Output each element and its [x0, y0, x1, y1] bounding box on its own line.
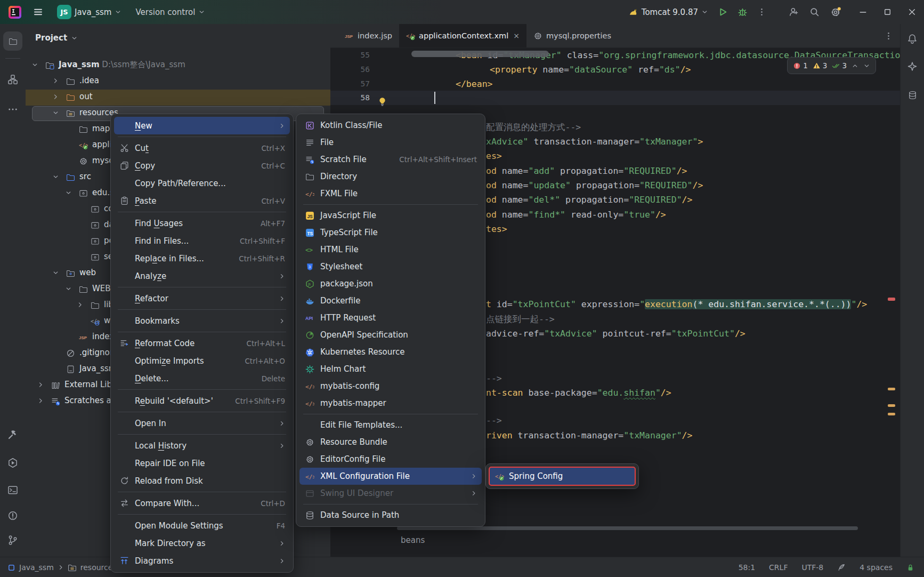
greenlock-icon[interactable]: [906, 564, 914, 572]
services-tool-button[interactable]: [3, 453, 22, 472]
line-number-56[interactable]: 56: [345, 62, 370, 77]
menu-item-repair-ide-on-file[interactable]: Repair IDE on File: [114, 454, 290, 472]
menu-item-reformat-code[interactable]: Reformat CodeCtrl+Alt+L: [114, 334, 290, 352]
chevron-down-icon[interactable]: [31, 61, 38, 68]
vcs-widget[interactable]: Version control: [131, 5, 209, 20]
menu-item-bookmarks[interactable]: Bookmarks: [114, 312, 290, 330]
menu-item-directory[interactable]: Directory: [299, 168, 482, 185]
database-tool-button[interactable]: [903, 85, 922, 105]
menu-item-kubernetes-resource[interactable]: Kubernetes Resource: [299, 343, 482, 360]
xml-breadcrumb[interactable]: beans: [401, 532, 425, 548]
ai-assistant-button[interactable]: [903, 57, 922, 76]
menu-item-file[interactable]: File: [299, 134, 482, 151]
chevron-right-icon[interactable]: [52, 93, 59, 100]
chevron-down-icon[interactable]: [65, 285, 72, 292]
menu-item-xml-configuration-file[interactable]: </>XML Configuration File: [299, 468, 482, 485]
horizontal-scrollbar[interactable]: [397, 526, 858, 530]
menu-item-rebuild-default[interactable]: Rebuild '<default>'Ctrl+Shift+F9: [114, 392, 290, 410]
menu-item-find-in-files[interactable]: Find in Files...Ctrl+Shift+F: [114, 232, 290, 250]
intention-bulb-icon[interactable]: [377, 97, 387, 107]
menu-item-stylesheet[interactable]: 3Stylesheet: [299, 258, 482, 275]
menu-item-reload-from-disk[interactable]: Reload from Disk: [114, 472, 290, 490]
notifications-button[interactable]: [903, 29, 922, 49]
menu-item-copy[interactable]: CopyCtrl+C: [114, 157, 290, 174]
line-number-58[interactable]: 58: [345, 91, 370, 105]
menu-item-resource-bundle[interactable]: Resource Bundle: [299, 434, 482, 451]
more-actions-button[interactable]: [753, 5, 771, 19]
menu-item-openapi-specification[interactable]: OpenAPI Specification: [299, 326, 482, 343]
main-menu-button[interactable]: [29, 4, 47, 20]
window-maximize-button[interactable]: [875, 0, 899, 24]
chevron-right-icon[interactable]: [37, 381, 44, 388]
menu-item-data-source-in-path[interactable]: Data Source in Path: [299, 507, 482, 524]
debug-button[interactable]: [733, 4, 752, 20]
structure-tool-button[interactable]: [3, 70, 22, 89]
status-breadcrumb[interactable]: Java_ssm resources: [7, 563, 117, 572]
chevron-down-icon[interactable]: [52, 173, 59, 180]
tree-item-.idea[interactable]: .idea: [26, 74, 330, 90]
more-tools-button[interactable]: [3, 100, 22, 119]
menu-item-dockerfile[interactable]: Dockerfile: [299, 292, 482, 309]
tab-applicationContext.xml[interactable]: </>applicationContext.xml×: [399, 24, 526, 47]
menu-item-mybatis-mapper[interactable]: </>mybatis-mapper: [299, 395, 482, 412]
code-with-me-button[interactable]: [784, 4, 803, 20]
project-panel-header[interactable]: Project: [35, 33, 78, 43]
tab-mysql.properties[interactable]: mysql.properties: [526, 24, 618, 47]
tab-options-kebab-icon[interactable]: [884, 31, 893, 41]
menu-item-helm-chart[interactable]: Helm Chart: [299, 360, 482, 378]
menu-item-optimize-imports[interactable]: Optimize ImportsCtrl+Alt+O: [114, 352, 290, 370]
run-configuration-select[interactable]: Tomcat 9.0.87: [624, 4, 712, 20]
menu-item-html-file[interactable]: <>HTML File: [299, 241, 482, 258]
menu-item-mybatis-config[interactable]: </>mybatis-config: [299, 378, 482, 395]
terminal-tool-button[interactable]: [3, 480, 22, 500]
menu-item-new[interactable]: New: [114, 117, 290, 134]
window-minimize-button[interactable]: [850, 0, 875, 24]
tree-item-out[interactable]: out: [26, 90, 330, 106]
prev-problem-button[interactable]: [852, 62, 858, 69]
menu-item-replace-in-files[interactable]: Replace in Files...Ctrl+Shift+R: [114, 250, 290, 267]
floating-scrollbar[interactable]: [411, 51, 549, 57]
build-tool-button[interactable]: [3, 425, 22, 444]
status-4-spaces[interactable]: 4 spaces: [860, 563, 893, 572]
menu-item-find-usages[interactable]: Find UsagesAlt+F7: [114, 214, 290, 232]
menu-item-open-in[interactable]: Open In: [114, 414, 290, 432]
chevron-right-icon[interactable]: [77, 301, 84, 308]
status-utf-8[interactable]: UTF-8: [801, 563, 823, 572]
menu-item-http-request[interactable]: APIHTTP Request: [299, 309, 482, 326]
window-close-button[interactable]: [899, 0, 924, 24]
menu-item-edit-file-templates[interactable]: Edit File Templates...: [299, 416, 482, 434]
menu-item-scratch-file[interactable]: Scratch FileCtrl+Alt+Shift+Insert: [299, 151, 482, 168]
project-tool-button[interactable]: [3, 31, 22, 51]
menu-item-copy-path-reference[interactable]: Copy Path/Reference...: [114, 174, 290, 192]
menu-item-local-history[interactable]: Local History: [114, 437, 290, 454]
run-button[interactable]: [714, 4, 732, 20]
git-tool-button[interactable]: [3, 531, 22, 550]
menu-item-diagrams[interactable]: Diagrams: [114, 552, 290, 570]
tab-index.jsp[interactable]: JSPindex.jsp: [338, 24, 399, 47]
status-crlf[interactable]: CRLF: [769, 563, 788, 572]
search-everywhere-button[interactable]: [805, 4, 824, 20]
menu-item-mark-directory-as[interactable]: Mark Directory as: [114, 534, 290, 552]
menu-item-delete[interactable]: Delete...Delete: [114, 370, 290, 387]
menu-item-spring-config[interactable]: </> Spring Config: [489, 467, 636, 486]
chevron-down-icon[interactable]: [65, 189, 72, 196]
menu-item-open-module-settings[interactable]: Open Module SettingsF4: [114, 517, 290, 534]
next-problem-button[interactable]: [863, 62, 870, 69]
menu-item-compare-with[interactable]: Compare With...Ctrl+D: [114, 494, 290, 512]
chevron-down-icon[interactable]: [52, 109, 59, 116]
menu-item-editorconfig-file[interactable]: EditorConfig File: [299, 451, 482, 468]
line-number-55[interactable]: 55: [345, 48, 370, 62]
menu-item-fxml-file[interactable]: </>FXML File: [299, 185, 482, 202]
problems-tool-button[interactable]: [3, 506, 22, 525]
tab-close-icon[interactable]: ×: [513, 31, 520, 40]
menu-item-javascript-file[interactable]: JSJavaScript File: [299, 207, 482, 224]
menu-item-kotlin-class-file[interactable]: Kotlin Class/File: [299, 117, 482, 134]
project-widget[interactable]: JS Java_ssm: [53, 2, 126, 22]
menu-item-analyze[interactable]: Analyze: [114, 267, 290, 285]
menu-item-package-json[interactable]: jspackage.json: [299, 275, 482, 292]
menu-item-typescript-file[interactable]: TSTypeScript File: [299, 224, 482, 241]
chevron-right-icon[interactable]: [37, 397, 44, 404]
menu-item-refactor[interactable]: Refactor: [114, 290, 290, 307]
chevron-down-icon[interactable]: [52, 269, 59, 276]
settings-button[interactable]: [826, 4, 845, 20]
